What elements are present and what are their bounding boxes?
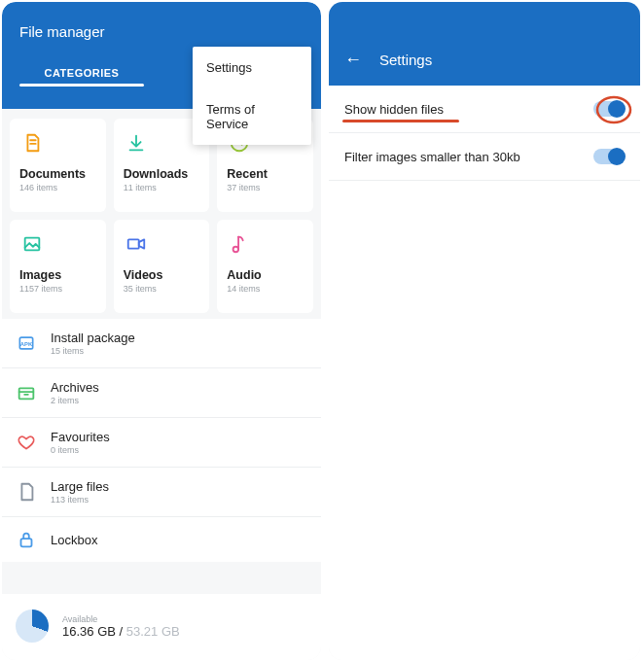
toggle-switch[interactable] [593, 149, 625, 164]
app-header: File manager CATEGORIES Settings Terms o… [2, 2, 321, 109]
list-item-favourites[interactable]: Favourites 0 items [2, 418, 321, 468]
toggle-switch[interactable] [593, 101, 625, 117]
category-grid: Documents 146 items Downloads 11 items R… [10, 119, 313, 313]
svg-rect-6 [127, 239, 138, 248]
svg-rect-12 [19, 388, 34, 399]
lock-icon [16, 529, 37, 550]
svg-rect-15 [21, 539, 32, 546]
list-label: Archives [51, 380, 99, 395]
file-manager-screen: File manager CATEGORIES Settings Terms o… [2, 2, 321, 660]
card-count: 1157 items [19, 284, 96, 294]
storage-available-label: Available [62, 614, 180, 624]
category-card-documents[interactable]: Documents 146 items [10, 119, 106, 212]
settings-title: Settings [379, 52, 432, 68]
storage-text: Available 16.36 GB / 53.21 GB [62, 614, 180, 639]
list-count: 0 items [51, 445, 110, 455]
storage-used: 16.36 GB [62, 624, 116, 639]
card-count: 14 items [227, 284, 304, 294]
overflow-menu: Settings Terms of Service [193, 47, 311, 145]
settings-row-1[interactable]: Filter images smaller than 30kb [329, 133, 640, 181]
list-label: Large files [51, 479, 109, 494]
video-icon [124, 231, 149, 257]
settings-header: ← Settings [329, 2, 640, 86]
secondary-list: APK Install package 15 items Archives 2 … [2, 319, 321, 562]
card-label: Images [19, 268, 96, 282]
menu-terms[interactable]: Terms of Service [193, 88, 311, 145]
document-icon [19, 130, 45, 156]
music-icon [227, 231, 252, 257]
card-count: 146 items [19, 183, 96, 192]
heart-icon [16, 432, 37, 453]
list-count: 113 items [51, 495, 109, 505]
card-count: 35 items [124, 284, 200, 294]
card-count: 11 items [124, 183, 200, 192]
card-label: Audio [227, 268, 304, 282]
tab-categories[interactable]: CATEGORIES [2, 57, 161, 87]
card-label: Recent [227, 167, 304, 181]
back-icon[interactable]: ← [344, 51, 362, 68]
list-item-large-files[interactable]: Large files 113 items [2, 468, 321, 517]
list-item-install-package[interactable]: APK Install package 15 items [2, 319, 321, 368]
menu-settings[interactable]: Settings [193, 47, 311, 88]
settings-list: Show hidden files Filter images smaller … [329, 86, 640, 660]
settings-row-0[interactable]: Show hidden files [329, 86, 640, 133]
svg-text:APK: APK [20, 341, 33, 347]
card-label: Videos [124, 268, 200, 282]
list-item-lockbox[interactable]: Lockbox [2, 517, 321, 562]
list-label: Install package [51, 331, 135, 345]
annotation-underline [342, 120, 459, 122]
storage-total: 53.21 GB [126, 624, 180, 639]
category-card-images[interactable]: Images 1157 items [10, 220, 106, 313]
storage-values: 16.36 GB / 53.21 GB [62, 624, 180, 639]
list-label: Lockbox [51, 533, 97, 547]
apk-icon: APK [16, 332, 37, 354]
storage-pie-icon [16, 610, 49, 643]
category-card-videos[interactable]: Videos 35 items [114, 220, 210, 313]
download-icon [124, 130, 149, 156]
list-count: 2 items [51, 396, 99, 405]
list-item-archives[interactable]: Archives 2 items [2, 368, 321, 418]
archive-icon [16, 382, 37, 403]
settings-screen: ← Settings Show hidden files Filter imag… [329, 2, 640, 660]
settings-label: Show hidden files [344, 102, 444, 117]
list-label: Favourites [51, 430, 110, 444]
settings-label: Filter images smaller than 30kb [344, 150, 520, 164]
card-label: Downloads [124, 167, 200, 181]
svg-rect-5 [25, 238, 40, 251]
list-count: 15 items [51, 346, 135, 356]
image-icon [19, 231, 45, 257]
card-label: Documents [19, 167, 96, 181]
file-icon [16, 481, 37, 503]
svg-marker-7 [138, 239, 144, 248]
card-count: 37 items [227, 183, 304, 192]
storage-footer[interactable]: Available 16.36 GB / 53.21 GB [2, 594, 321, 660]
category-card-audio[interactable]: Audio 14 items [217, 220, 313, 313]
